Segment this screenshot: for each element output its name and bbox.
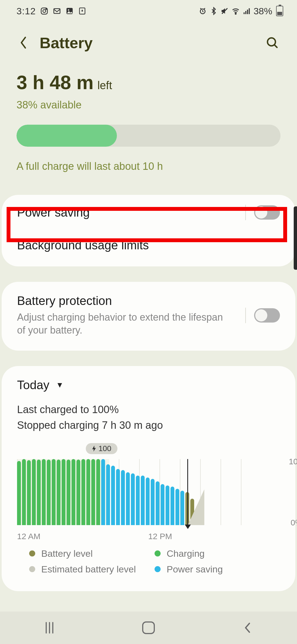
svg-point-5 bbox=[68, 9, 69, 11]
svg-rect-3 bbox=[54, 9, 60, 13]
power-saving-toggle[interactable] bbox=[254, 205, 280, 220]
battery-progress-fill bbox=[16, 125, 117, 147]
x-label-0: 12 AM bbox=[17, 532, 40, 541]
chart-badge-value: 100 bbox=[98, 444, 111, 453]
y-label-top: 100 bbox=[289, 457, 297, 466]
status-time: 3:12 bbox=[16, 6, 36, 17]
settings-card-1: Power saving Background usage limits bbox=[2, 195, 295, 266]
update-icon bbox=[78, 7, 86, 15]
battery-icon bbox=[276, 6, 283, 16]
battery-chart[interactable]: 100 100 0% bbox=[2, 441, 295, 528]
alarm-icon bbox=[199, 7, 207, 15]
time-left-value: 3 h 48 m bbox=[16, 72, 94, 94]
status-battery-pct: 38% bbox=[254, 6, 272, 17]
svg-rect-13 bbox=[249, 8, 250, 14]
stopped-charging-line: Stopped charging 7 h 30 m ago bbox=[17, 417, 280, 433]
battery-protection-sub: Adjust charging behavior to extend the l… bbox=[17, 311, 232, 337]
search-button[interactable] bbox=[264, 34, 280, 51]
power-saving-label: Power saving bbox=[17, 206, 90, 219]
today-title: Today bbox=[17, 378, 49, 392]
svg-point-2 bbox=[46, 9, 47, 10]
scroll-indicator bbox=[294, 206, 297, 270]
status-bar: 3:12 38% bbox=[0, 0, 297, 22]
battery-protection-row[interactable]: Battery protection Adjust charging behav… bbox=[2, 282, 295, 351]
chart-bars bbox=[17, 459, 259, 525]
photos-icon bbox=[65, 7, 74, 15]
x-label-1: 12 PM bbox=[148, 532, 172, 541]
status-right: 38% bbox=[199, 6, 283, 17]
last-charged-line: Last charged to 100% bbox=[17, 402, 280, 417]
time-left: 3 h 48 m left bbox=[16, 72, 280, 94]
today-dropdown[interactable]: Today ▼ bbox=[2, 366, 295, 400]
svg-rect-11 bbox=[245, 11, 246, 14]
svg-point-9 bbox=[235, 13, 236, 14]
svg-rect-12 bbox=[247, 10, 248, 14]
battery-available: 38% available bbox=[16, 99, 280, 111]
svg-line-15 bbox=[274, 45, 277, 48]
power-saving-row[interactable]: Power saving bbox=[2, 195, 295, 230]
navigation-bar bbox=[0, 612, 297, 644]
chart-area: 100 0% bbox=[17, 459, 280, 525]
full-charge-note: A full charge will last about 10 h bbox=[16, 160, 280, 172]
svg-rect-10 bbox=[244, 12, 245, 14]
legend-estimated: Estimated battery level bbox=[29, 564, 155, 575]
y-label-bot: 0% bbox=[291, 518, 297, 527]
header: Battery bbox=[0, 22, 297, 63]
bluetooth-icon bbox=[210, 7, 218, 15]
nav-back-button[interactable] bbox=[239, 620, 256, 636]
battery-progress bbox=[16, 125, 280, 147]
x-axis: 12 AM 12 PM bbox=[2, 528, 295, 543]
gmail-icon bbox=[53, 7, 61, 15]
today-info: Last charged to 100% Stopped charging 7 … bbox=[2, 400, 295, 441]
svg-point-1 bbox=[43, 10, 46, 13]
nav-recents-button[interactable] bbox=[41, 620, 58, 636]
legend-battery-level: Battery level bbox=[29, 548, 155, 559]
bg-usage-limits-row[interactable]: Background usage limits bbox=[2, 230, 295, 266]
time-left-suffix: left bbox=[97, 79, 112, 92]
page-title: Battery bbox=[40, 34, 264, 52]
settings-card-2: Battery protection Adjust charging behav… bbox=[2, 282, 295, 351]
battery-summary: 3 h 48 m left 38% available A full charg… bbox=[0, 63, 297, 183]
chart-legend: Battery level Charging Estimated battery… bbox=[2, 543, 295, 591]
wifi-icon bbox=[232, 7, 240, 15]
divider bbox=[245, 205, 246, 220]
mute-icon bbox=[221, 7, 229, 15]
battery-protection-label: Battery protection bbox=[17, 294, 232, 308]
legend-power-saving: Power saving bbox=[155, 564, 280, 575]
battery-protection-toggle[interactable] bbox=[254, 308, 280, 323]
status-left: 3:12 bbox=[16, 6, 86, 17]
chevron-down-icon: ▼ bbox=[56, 381, 64, 389]
estimated-level-shape bbox=[188, 489, 204, 525]
chart-badge: 100 bbox=[86, 443, 117, 454]
bg-usage-limits-label: Background usage limits bbox=[17, 238, 149, 252]
now-marker bbox=[187, 459, 188, 525]
today-card: Today ▼ Last charged to 100% Stopped cha… bbox=[2, 366, 295, 591]
signal-icon bbox=[243, 7, 251, 15]
instagram-icon bbox=[40, 7, 48, 15]
nav-home-button[interactable] bbox=[140, 620, 157, 636]
divider bbox=[245, 308, 246, 323]
back-button[interactable] bbox=[14, 33, 33, 52]
legend-charging: Charging bbox=[155, 548, 280, 559]
